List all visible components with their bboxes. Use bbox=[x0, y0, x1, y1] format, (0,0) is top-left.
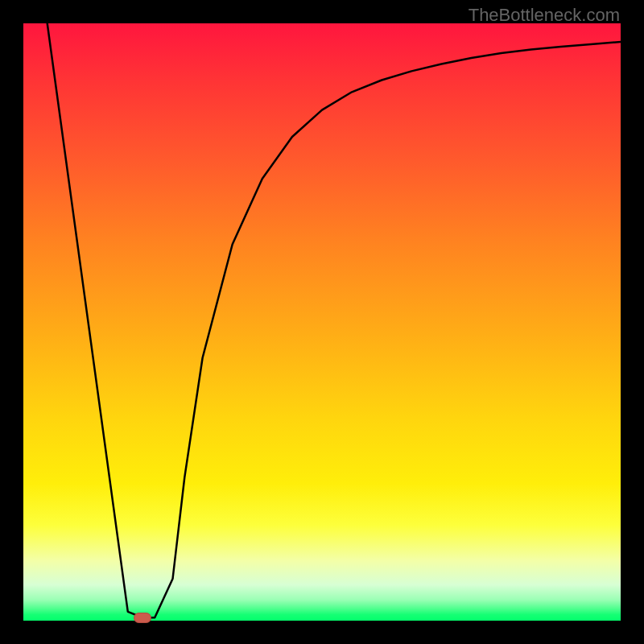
chart-frame: TheBottleneck.com bbox=[0, 0, 644, 644]
bottleneck-curve bbox=[23, 23, 621, 621]
optimum-marker bbox=[134, 613, 151, 623]
curve-path bbox=[47, 23, 621, 617]
